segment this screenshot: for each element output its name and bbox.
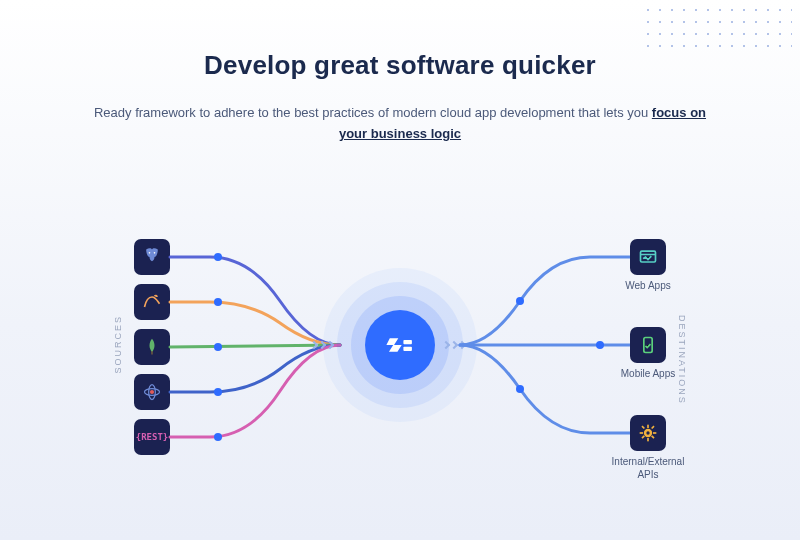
source-flow-lines [170, 225, 340, 485]
svg-rect-25 [651, 426, 655, 430]
source-tile-rest: {REST} [134, 419, 170, 455]
svg-rect-22 [653, 432, 656, 434]
rest-icon: {REST} [136, 432, 169, 442]
svg-point-0 [149, 252, 151, 254]
subtitle-prefix: Ready framework to adhere to the best pr… [94, 105, 652, 120]
web-apps-icon [638, 247, 658, 267]
svg-rect-26 [641, 435, 645, 439]
destination-label-apis: Internal/External APIs [601, 455, 695, 481]
destination-tile-mobile-apps [630, 327, 666, 363]
api-gear-icon [638, 423, 658, 443]
svg-point-1 [154, 252, 156, 254]
svg-point-27 [646, 431, 649, 434]
svg-point-6 [214, 253, 222, 261]
svg-rect-20 [647, 438, 649, 441]
framework-logo-icon [383, 328, 417, 362]
destination-label-web-apps: Web Apps [613, 279, 683, 292]
svg-rect-11 [403, 340, 412, 344]
mongodb-icon [142, 337, 162, 357]
svg-point-15 [516, 385, 524, 393]
svg-point-5 [150, 390, 154, 394]
source-tile-redis [134, 374, 170, 410]
destinations-label: DESTINATIONS [677, 315, 687, 405]
decorative-dots [642, 4, 792, 54]
svg-rect-21 [640, 432, 643, 434]
framework-hub [365, 310, 435, 380]
svg-rect-23 [641, 426, 645, 430]
page-subtitle: Ready framework to adhere to the best pr… [90, 103, 710, 145]
destination-tile-web-apps [630, 239, 666, 275]
svg-point-8 [214, 343, 222, 351]
page-title: Develop great software quicker [0, 50, 800, 81]
svg-point-13 [516, 297, 524, 305]
svg-point-10 [214, 433, 222, 441]
postgresql-icon [142, 247, 162, 267]
svg-rect-19 [647, 425, 649, 428]
svg-rect-12 [403, 347, 412, 351]
architecture-diagram: SOURCES DESTINATIONS {REST} [0, 225, 800, 525]
source-tile-mysql [134, 284, 170, 320]
svg-rect-24 [651, 435, 655, 439]
flow-chevron-left [310, 342, 334, 348]
source-tile-mongodb [134, 329, 170, 365]
source-tile-postgresql [134, 239, 170, 275]
mysql-icon [142, 292, 162, 312]
redis-icon [142, 382, 162, 402]
svg-point-7 [214, 298, 222, 306]
svg-point-9 [214, 388, 222, 396]
destination-tile-apis [630, 415, 666, 451]
sources-label: SOURCES [113, 315, 123, 374]
svg-rect-2 [151, 351, 152, 354]
mobile-apps-icon [638, 335, 658, 355]
destination-flow-lines [460, 225, 630, 485]
svg-point-14 [596, 341, 604, 349]
destination-label-mobile-apps: Mobile Apps [613, 367, 683, 380]
